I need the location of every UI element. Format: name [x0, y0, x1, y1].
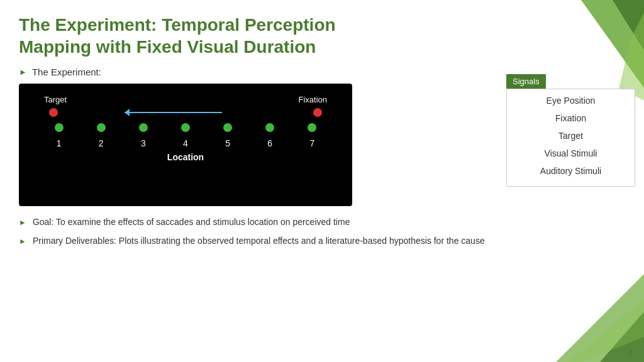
num-5: 5 — [221, 138, 235, 148]
target-label: Target — [44, 95, 67, 104]
title-line1: The Experiment: Temporal Perception — [19, 15, 336, 35]
signals-panel: Signals Eye Position Fixation Target Vis… — [506, 74, 635, 187]
experiment-diagram: Target Fixation 1 2 — [19, 84, 352, 206]
bullet-text-2: Primary Deliverables: Plots illustrating… — [33, 235, 485, 248]
arrow-line — [125, 112, 222, 113]
bullet-item-2: ► Primary Deliverables: Plots illustrati… — [19, 235, 497, 248]
bullet-arrow-icon: ► — [19, 67, 27, 77]
page-number: 3 — [628, 348, 633, 357]
num-7: 7 — [305, 138, 319, 148]
numbers-row: 1 2 3 4 5 6 7 — [31, 134, 340, 150]
num-1: 1 — [52, 138, 66, 148]
signal-auditory-stimuli: Auditory Stimuli — [517, 166, 625, 176]
green-dots-row — [31, 123, 340, 132]
num-6: 6 — [263, 138, 277, 148]
bullets-section: ► Goal: To examine the effects of saccad… — [19, 216, 497, 247]
experiment-label-text: The Experiment: — [32, 67, 101, 77]
signal-visual-stimuli: Visual Stimuli — [517, 148, 625, 158]
signal-target: Target — [517, 131, 625, 141]
bullet-icon-1: ► — [19, 217, 26, 228]
top-dots-row — [31, 108, 340, 117]
signals-box: Eye Position Fixation Target Visual Stim… — [506, 89, 635, 187]
num-3: 3 — [136, 138, 150, 148]
bullet-item-1: ► Goal: To examine the effects of saccad… — [19, 216, 497, 229]
green-dot-7 — [308, 123, 316, 132]
signals-tab-label: Signals — [506, 74, 546, 89]
target-dot — [49, 108, 58, 117]
location-label: Location — [31, 152, 340, 162]
fixation-dot — [313, 108, 322, 117]
green-dot-2 — [97, 123, 106, 132]
signal-fixation: Fixation — [517, 113, 625, 123]
signal-eye-position: Eye Position — [517, 96, 625, 106]
num-2: 2 — [94, 138, 108, 148]
fixation-label: Fixation — [298, 95, 327, 104]
bullet-icon-2: ► — [19, 236, 26, 247]
green-dot-3 — [139, 123, 148, 132]
diagram-labels-row: Target Fixation — [31, 95, 340, 104]
bullet-text-1: Goal: To examine the effects of saccades… — [33, 216, 350, 229]
title-line2: Mapping with Fixed Visual Duration — [19, 37, 316, 57]
green-dot-5 — [223, 123, 232, 132]
num-4: 4 — [179, 138, 192, 148]
slide-title: The Experiment: Temporal Perception Mapp… — [19, 14, 447, 58]
green-dot-4 — [181, 123, 190, 132]
green-dot-1 — [55, 123, 64, 132]
green-dot-6 — [265, 123, 274, 132]
